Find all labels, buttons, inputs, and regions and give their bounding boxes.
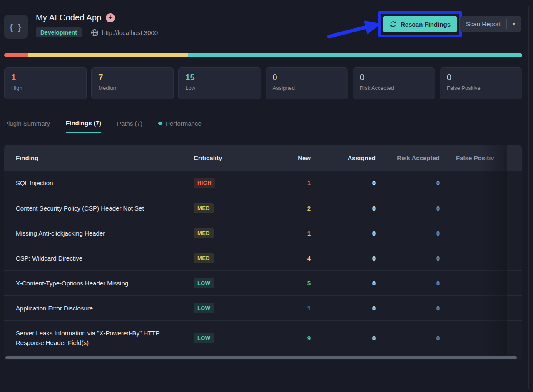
severity-segment-high [4, 53, 28, 57]
page-title: My AI Coded App [36, 13, 102, 22]
stat-label: Medium [98, 85, 167, 91]
finding-name: SQL Injection [4, 171, 194, 196]
risk-accepted-count: 0 [380, 171, 444, 196]
stat-value: 0 [360, 73, 428, 82]
tab-paths[interactable]: Paths (7) [117, 119, 142, 133]
stat-label: High [11, 85, 80, 91]
criticality-badge: LOW [194, 278, 214, 288]
finding-name: Server Leaks Information via "X-Powered-… [4, 320, 194, 355]
column-header-finding: Finding [4, 145, 194, 171]
refresh-icon [389, 20, 397, 28]
scan-report-split-button: Scan Report ▾ [460, 16, 521, 32]
lightning-bolt-icon [108, 15, 113, 20]
false-positive-count [444, 171, 522, 196]
new-count: 9 [254, 320, 315, 355]
criticality-badge: HIGH [194, 178, 215, 188]
environment-badge: Development [36, 27, 82, 37]
false-positive-count [444, 196, 522, 221]
assigned-count: 0 [315, 270, 380, 295]
criticality-badge: LOW [194, 333, 214, 343]
risk-accepted-count: 0 [380, 196, 444, 221]
stat-label: False Positive [447, 85, 515, 91]
assigned-count: 0 [315, 221, 380, 246]
assigned-count: 0 [315, 196, 380, 221]
finding-name: Application Error Disclosure [4, 295, 194, 320]
finding-name: Content Security Policy (CSP) Header Not… [4, 196, 194, 221]
lightning-badge-icon [106, 13, 115, 22]
risk-accepted-count: 0 [380, 246, 444, 270]
tab-performance-label: Performance [166, 120, 202, 127]
table-row[interactable]: CSP: Wildcard Directive MED 4 0 0 [4, 246, 522, 270]
criticality-badge: MED [194, 253, 214, 263]
assigned-count: 0 [315, 320, 380, 355]
app-braces-icon: { } [4, 15, 28, 39]
stat-card-false-positive: 0 False Positive [440, 67, 522, 99]
new-count: 4 [254, 246, 315, 270]
rescan-findings-button[interactable]: Rescan Findings [383, 16, 457, 32]
finding-name: Missing Anti-clickjacking Header [4, 221, 194, 246]
false-positive-count [444, 320, 522, 355]
assigned-count: 0 [315, 246, 380, 270]
column-header-new: New [254, 145, 315, 171]
criticality-badge: MED [194, 228, 214, 238]
table-row[interactable]: Application Error Disclosure LOW 1 0 0 [4, 295, 522, 320]
horizontal-scrollbar[interactable] [5, 356, 517, 359]
column-header-criticality: Criticality [194, 145, 254, 171]
criticality-badge: MED [194, 203, 214, 213]
stat-card-low: 15 Low [178, 67, 261, 99]
stat-card-risk-accepted: 0 Risk Accepted [353, 67, 435, 99]
column-header-risk-accepted: Risk Accepted [380, 145, 444, 171]
globe-icon [91, 29, 99, 37]
table-row[interactable]: X-Content-Type-Options Header Missing LO… [4, 270, 522, 295]
column-header-assigned: Assigned [315, 145, 380, 171]
scan-report-dropdown-button[interactable]: ▾ [507, 16, 521, 32]
column-header-false-positive: False Positiv [444, 145, 522, 171]
severity-distribution-bar [4, 53, 522, 57]
finding-name: X-Content-Type-Options Header Missing [4, 270, 194, 295]
stat-label: Low [185, 85, 254, 91]
tab-findings[interactable]: Findings (7) [66, 119, 101, 133]
false-positive-count [444, 270, 522, 295]
stat-value: 0 [273, 73, 341, 82]
risk-accepted-count: 0 [380, 320, 444, 355]
false-positive-count [444, 246, 522, 270]
table-row[interactable]: Missing Anti-clickjacking Header MED 1 0… [4, 221, 522, 246]
risk-accepted-count: 0 [380, 270, 444, 295]
tab-plugin-summary[interactable]: Plugin Summary [4, 119, 50, 133]
app-info: My AI Coded App Development http://local… [36, 13, 158, 37]
table-row[interactable]: SQL Injection HIGH 1 0 0 [4, 171, 522, 196]
chevron-down-icon: ▾ [513, 21, 516, 27]
annotation-arrow [325, 19, 383, 42]
stat-card-assigned: 0 Assigned [266, 67, 348, 99]
severity-segment-medium [28, 53, 188, 57]
tab-performance[interactable]: Performance [158, 119, 202, 133]
false-positive-count [444, 295, 522, 320]
risk-accepted-count: 0 [380, 221, 444, 246]
new-count: 1 [254, 221, 315, 246]
stat-value: 0 [447, 73, 515, 82]
target-url[interactable]: http://localhost:3000 [102, 29, 158, 36]
new-count: 1 [254, 295, 315, 320]
false-positive-count [444, 221, 522, 246]
table-row[interactable]: Content Security Policy (CSP) Header Not… [4, 196, 522, 221]
findings-table: Finding Criticality New Assigned Risk Ac… [4, 145, 522, 360]
app-header: { } My AI Coded App Development [4, 0, 522, 53]
rescan-findings-label: Rescan Findings [401, 21, 451, 28]
stat-label: Risk Accepted [360, 85, 428, 91]
severity-segment-low [188, 53, 522, 57]
assigned-count: 0 [315, 171, 380, 196]
stat-label: Assigned [273, 85, 341, 91]
table-header-row: Finding Criticality New Assigned Risk Ac… [4, 145, 522, 171]
page-scrollbar-track[interactable] [528, 6, 529, 389]
scan-report-button[interactable]: Scan Report [460, 16, 506, 32]
new-count: 1 [254, 171, 315, 196]
target-url-wrap: http://localhost:3000 [91, 29, 158, 37]
table-row[interactable]: Server Leaks Information via "X-Powered-… [4, 320, 522, 355]
performance-dot-icon [158, 122, 162, 125]
risk-accepted-count: 0 [380, 295, 444, 320]
assigned-count: 0 [315, 295, 380, 320]
stat-value: 15 [185, 73, 254, 82]
scan-dashboard: { } My AI Coded App Development [4, 0, 522, 360]
criticality-badge: LOW [194, 303, 214, 313]
finding-name: CSP: Wildcard Directive [4, 246, 194, 270]
